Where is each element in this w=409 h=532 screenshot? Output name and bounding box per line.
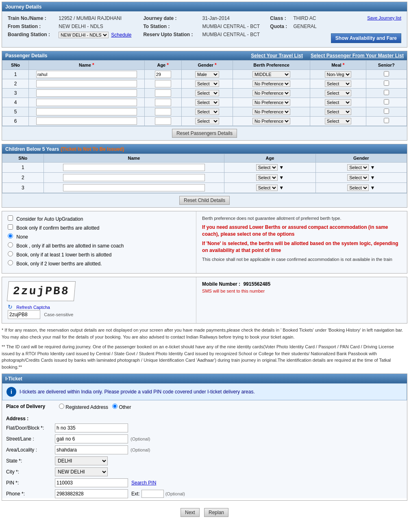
passenger-3-senior-checkbox[interactable] bbox=[384, 90, 389, 95]
child-2-age-dropdown-icon: ▼ bbox=[279, 175, 284, 180]
radio-none-label[interactable]: None bbox=[8, 233, 190, 240]
passenger-2-meal-select[interactable]: SelectVegNon-Veg bbox=[325, 80, 351, 87]
flat-label: Flat/Door/Block *: bbox=[6, 425, 55, 431]
passenger-4-age-input[interactable] bbox=[155, 99, 171, 106]
passenger-5-senior-checkbox[interactable] bbox=[384, 109, 389, 114]
passenger-5-meal-select[interactable]: SelectVegNon-Veg bbox=[325, 109, 351, 115]
passenger-3-meal-select[interactable]: SelectVegNon-Veg bbox=[325, 90, 351, 96]
confirm-berths-checkbox[interactable] bbox=[8, 224, 13, 230]
child-2-age-select[interactable]: Select bbox=[256, 174, 278, 181]
schedule-link[interactable]: Schedule bbox=[111, 32, 131, 38]
passenger-3-gender-select[interactable]: SelectMaleFemale bbox=[195, 90, 219, 96]
next-button[interactable]: Next bbox=[181, 508, 200, 517]
passenger-4-berth-select[interactable]: No PreferenceLOWERMIDDLEUPPERSIDE LOWERS… bbox=[252, 99, 290, 106]
passenger-6-gender-select[interactable]: SelectMaleFemale bbox=[195, 118, 219, 124]
child-2-name-input[interactable] bbox=[63, 174, 204, 181]
passenger-6-name-input[interactable] bbox=[36, 117, 137, 125]
passenger-3-age-input[interactable] bbox=[155, 89, 171, 97]
child-1-name-input[interactable] bbox=[63, 164, 204, 171]
area-optional: (Optional) bbox=[131, 447, 150, 452]
radio-none[interactable] bbox=[8, 233, 13, 239]
flat-input[interactable] bbox=[55, 423, 128, 432]
address-header-label: Address : bbox=[6, 416, 55, 421]
mobile-value: 9915562485 bbox=[243, 281, 270, 287]
boarding-station-select[interactable]: NEW DELHI - NDLS bbox=[59, 32, 109, 38]
iticket-title: I-Ticket bbox=[5, 376, 22, 382]
passenger-4-meal-select[interactable]: SelectVegNon-Veg bbox=[325, 99, 351, 106]
radio-one-lower[interactable] bbox=[8, 251, 13, 256]
passenger-1-name-input[interactable] bbox=[36, 71, 137, 78]
passenger-1-meal-select[interactable]: SelectVegNon-Veg bbox=[325, 71, 351, 78]
passenger-5-age-input[interactable] bbox=[155, 108, 171, 115]
refresh-captcha-link[interactable]: Refresh Captcha bbox=[16, 305, 50, 310]
passenger-3-name-input[interactable] bbox=[36, 89, 137, 97]
select-travel-list-link[interactable]: Select Your Travel List bbox=[251, 53, 303, 59]
passenger-3-berth-select[interactable]: No PreferenceLOWERMIDDLEUPPERSIDE LOWERS… bbox=[252, 90, 290, 96]
radio-two-lower-label[interactable]: Book, only if 2 lower berths are allotte… bbox=[8, 260, 190, 267]
radio-other-label[interactable]: Other bbox=[112, 404, 131, 410]
passenger-2-gender-select[interactable]: SelectMaleFemale bbox=[195, 80, 219, 87]
radio-same-coach-label[interactable]: Book , only if all berths are allotted i… bbox=[8, 242, 190, 249]
passenger-row: 3SelectMaleFemaleNo PreferenceLOWERMIDDL… bbox=[2, 89, 407, 98]
passenger-1-age-input[interactable] bbox=[155, 71, 171, 78]
ticket-notice: (Ticket Is Not To Be Issued) bbox=[61, 146, 124, 152]
passenger-4-senior-checkbox[interactable] bbox=[384, 99, 389, 104]
passenger-6-age-input[interactable] bbox=[155, 117, 171, 125]
delivery-section: Place of Delivery Registered Address Oth… bbox=[2, 400, 407, 416]
search-pin-link[interactable]: Search PIN bbox=[131, 480, 156, 486]
passenger-1-gender-select[interactable]: SelectMaleFemale bbox=[195, 71, 219, 78]
journey-date-label: Journey date : bbox=[141, 15, 200, 22]
child-col-age: Age bbox=[224, 154, 315, 163]
passenger-2-berth-select[interactable]: No PreferenceLOWERMIDDLEUPPERSIDE LOWERS… bbox=[252, 80, 290, 87]
passenger-1-berth-select[interactable]: No PreferenceLOWERMIDDLEUPPERSIDE LOWERS… bbox=[252, 71, 290, 78]
passenger-6-meal-select[interactable]: SelectVegNon-Veg bbox=[325, 118, 351, 124]
sms-note: SMS will be sent to this number bbox=[202, 289, 401, 293]
reset-passengers-button[interactable]: Reset Passengers Details bbox=[172, 129, 237, 138]
passenger-6-senior-checkbox[interactable] bbox=[384, 118, 389, 123]
to-station-value: MUMBAI CENTRAL - BCT bbox=[201, 23, 268, 30]
radio-same-coach[interactable] bbox=[8, 242, 13, 248]
auto-upgrade-label[interactable]: Consider for Auto UpGradation bbox=[8, 215, 190, 222]
city-select[interactable]: NEW DELHI bbox=[55, 467, 108, 476]
child-1-gender-select[interactable]: Select bbox=[347, 164, 369, 171]
child-3-age-select[interactable]: Select bbox=[256, 185, 278, 191]
radio-one-lower-label[interactable]: Book, only if at least 1 lower berth is … bbox=[8, 251, 190, 258]
captcha-input[interactable] bbox=[8, 310, 40, 319]
passenger-4-gender-select[interactable]: SelectMaleFemale bbox=[195, 99, 219, 106]
passenger-6-berth-select[interactable]: No PreferenceLOWERMIDDLEUPPERSIDE LOWERS… bbox=[252, 118, 290, 124]
passenger-5-berth-select[interactable]: No PreferenceLOWERMIDDLEUPPERSIDE LOWERS… bbox=[252, 109, 290, 115]
passenger-5-name-input[interactable] bbox=[36, 108, 137, 115]
select-master-list-link[interactable]: Select Passenger From Your Master List bbox=[311, 53, 404, 59]
auto-upgrade-checkbox[interactable] bbox=[8, 215, 13, 221]
radio-registered-label[interactable]: Registered Address bbox=[59, 404, 108, 410]
quota-label: Quota : bbox=[268, 23, 291, 30]
ext-input[interactable] bbox=[141, 490, 164, 498]
passenger-5-gender-select[interactable]: SelectMaleFemale bbox=[195, 109, 219, 115]
area-input[interactable] bbox=[55, 445, 128, 454]
passenger-2-name-input[interactable] bbox=[36, 80, 137, 87]
replan-button[interactable]: Replan bbox=[204, 508, 228, 517]
passenger-2-age-input[interactable] bbox=[155, 80, 171, 87]
passenger-1-senior-checkbox[interactable] bbox=[384, 71, 389, 76]
street-input[interactable] bbox=[55, 434, 128, 443]
child-2-gender-select[interactable]: Select bbox=[347, 174, 369, 181]
show-availability-button[interactable]: Show Availability and Fare bbox=[331, 33, 401, 43]
state-select[interactable]: DELHI bbox=[55, 456, 108, 465]
child-1-age-select[interactable]: Select bbox=[256, 164, 278, 171]
confirm-berths-label[interactable]: Book only if confirm berths are allotted bbox=[8, 224, 190, 231]
passenger-4-name-input[interactable] bbox=[36, 99, 137, 106]
radio-other[interactable] bbox=[112, 404, 117, 409]
reset-child-button[interactable]: Reset Child Details bbox=[179, 196, 230, 205]
save-journey-link[interactable]: Save Journey list bbox=[367, 15, 401, 20]
child-3-gender-select[interactable]: Select bbox=[347, 185, 369, 191]
child-3-name-input[interactable] bbox=[63, 184, 204, 191]
radio-registered[interactable] bbox=[59, 404, 64, 409]
train-no-label: Train No./Name : bbox=[6, 15, 56, 22]
journey-details-header: Journey Details bbox=[2, 2, 407, 11]
pin-input[interactable] bbox=[55, 478, 128, 487]
passenger-2-senior-checkbox[interactable] bbox=[384, 80, 389, 86]
radio-two-lower[interactable] bbox=[8, 260, 13, 265]
children-table: SNo Name Age Gender 1 Select ▼ Select ▼ bbox=[2, 154, 407, 193]
phone-input[interactable] bbox=[55, 489, 128, 498]
child-3-age-dropdown-icon: ▼ bbox=[279, 185, 284, 191]
